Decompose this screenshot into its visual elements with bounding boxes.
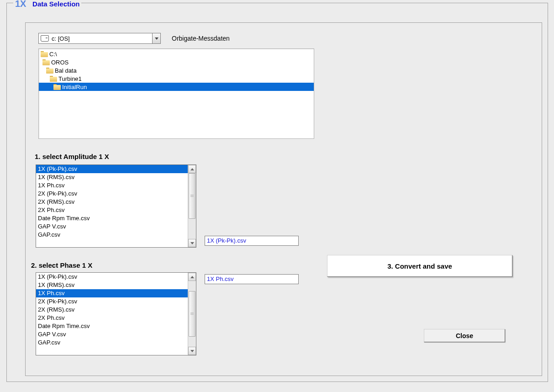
convert-and-save-button[interactable]: 3. Convert and save [327,255,512,277]
scroll-thumb[interactable] [189,291,195,337]
file-list-item[interactable]: Date Rpm Time.csv [36,214,188,222]
file-list-item[interactable]: 1X (Pk-Pk).csv [36,165,188,173]
file-list-item[interactable]: 1X (RMS).csv [36,281,188,289]
file-list-item[interactable]: GAP.csv [36,339,188,346]
folder-open-icon [46,68,53,74]
drive-combobox[interactable]: c: [OS] [38,33,161,44]
folder-tree[interactable]: C:\OROSBal dataTurbine1InitialRun [38,48,314,139]
folder-tree-item[interactable]: Turbine1 [39,74,314,83]
folder-tree-item-label: InitialRun [62,84,87,90]
file-list-item[interactable]: GAP.csv [36,231,188,238]
scroll-down-icon[interactable] [188,347,196,355]
phase-scrollbar[interactable] [188,273,196,355]
folder-tree-item[interactable]: Bal data [39,66,314,74]
folder-open-icon [50,76,57,82]
folder-tree-item[interactable]: OROS [39,58,314,66]
phase-section-label: 2. select Phase 1 X [31,261,92,269]
file-list-item[interactable]: 1X Ph.csv [36,289,188,297]
inner-panel: c: [OS] Orbigate-Messdaten C:\OROSBal da… [25,22,542,376]
data-selection-groupbox: 1X Data Selection c: [OS] Orbigate-Messd… [6,3,548,382]
file-list-item[interactable]: GAP V.csv [36,222,188,231]
folder-open-icon [53,84,61,90]
amplitude-section-label: 1. select Amplitude 1 X [35,153,109,160]
file-list-item[interactable]: 2X Ph.csv [36,314,188,322]
folder-open-icon [41,51,48,57]
folder-tree-item-label: C:\ [49,51,57,58]
legend-prefix: 1X [15,0,26,9]
scroll-down-icon[interactable] [188,239,196,247]
amplitude-selected-textbox[interactable]: 1X (Pk-Pk).csv [205,236,299,246]
file-list-item[interactable]: Date Rpm Time.csv [36,322,188,330]
folder-tree-item[interactable]: C:\ [39,50,314,58]
legend-title: Data Selection [32,0,79,8]
file-list-item[interactable]: 1X Ph.csv [36,181,188,190]
file-list-item[interactable]: 2X Ph.csv [36,206,188,214]
folder-tree-item-label: Bal data [55,67,77,74]
folder-open-icon [42,59,50,65]
phase-selected-textbox[interactable]: 1X Ph.csv [205,274,299,284]
file-list-item[interactable]: 2X (Pk-Pk).csv [36,297,188,306]
amplitude-scrollbar[interactable] [188,165,196,247]
drive-icon [41,35,49,42]
close-button[interactable]: Close [424,329,505,342]
folder-tree-item[interactable]: InitialRun [39,83,314,91]
file-list-item[interactable]: 2X (Pk-Pk).csv [36,190,188,198]
file-list-item[interactable]: 2X (RMS).csv [36,306,188,314]
groupbox-legend: 1X Data Selection [13,0,81,9]
file-list-item[interactable]: 1X (Pk-Pk).csv [36,273,188,281]
folder-tree-item-label: Turbine1 [58,75,82,82]
scroll-up-icon[interactable] [188,273,196,281]
scroll-thumb[interactable] [189,173,195,219]
amplitude-listbox[interactable]: 1X (Pk-Pk).csv1X (RMS).csv1X Ph.csv2X (P… [36,164,196,248]
drive-combobox-text: c: [OS] [51,35,152,42]
file-list-item[interactable]: 1X (RMS).csv [36,173,188,181]
folder-tree-item-label: OROS [51,59,69,66]
scroll-up-icon[interactable] [188,165,196,173]
file-list-item[interactable]: 2X (RMS).csv [36,198,188,206]
orbigate-label: Orbigate-Messdaten [172,35,230,42]
file-list-item[interactable]: GAP V.csv [36,330,188,339]
chevron-down-icon[interactable] [152,33,160,43]
phase-listbox[interactable]: 1X (Pk-Pk).csv1X (RMS).csv1X Ph.csv2X (P… [36,272,196,355]
